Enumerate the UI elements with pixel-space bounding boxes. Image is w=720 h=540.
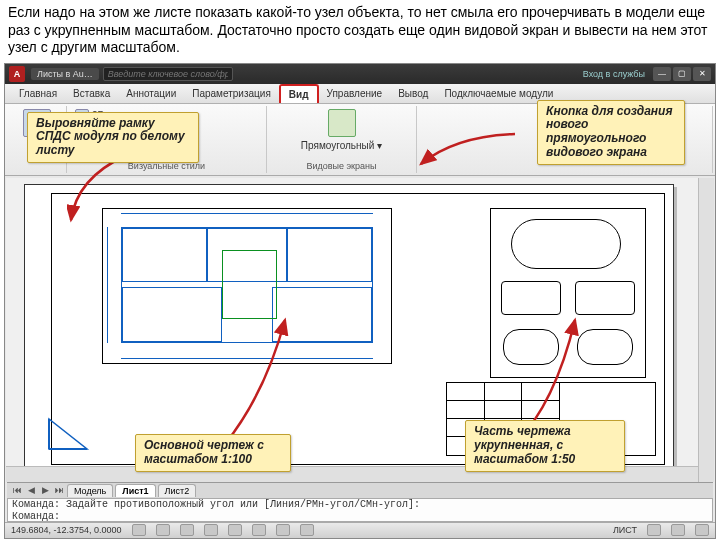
status-btn[interactable] [228,524,242,536]
minimize-button[interactable]: — [653,67,671,81]
viewport-icon [328,109,356,137]
status-btn[interactable] [647,524,661,536]
status-bar: 149.6804, -12.3754, 0.0000 ЛИСТ [5,522,715,538]
close-button[interactable]: ✕ [693,67,711,81]
maximize-button[interactable]: ▢ [673,67,691,81]
tab-nav-next[interactable]: ▶ [39,485,51,495]
status-btn[interactable] [156,524,170,536]
status-btn[interactable] [671,524,685,536]
callout-detail-drawing: Часть чертежа укрупненная, с масштабом 1… [465,420,625,471]
ucs-icon [47,415,91,451]
tab-nav-prev[interactable]: ◀ [25,485,37,495]
status-btn[interactable] [695,524,709,536]
coords-readout: 149.6804, -12.3754, 0.0000 [11,525,122,535]
cmd-row-1: Команда: Задайте противоположный угол ил… [12,499,708,511]
panel-label-viewports: Видовые экраны [273,161,410,171]
titlebar: A Листы в Au… Вход в службы — ▢ ✕ [5,64,715,84]
rectangular-viewport-button[interactable]: Прямоугольный ▾ [273,108,410,152]
tab-nav-first[interactable]: ⏮ [11,485,23,495]
layout-tab-2[interactable]: Лист2 [158,484,197,497]
callout-viewport-button: Кнопка для создания нового прямоугольног… [537,100,685,165]
tab-output[interactable]: Вывод [390,85,436,102]
login-link[interactable]: Вход в службы [583,69,645,79]
intro-paragraph: Если надо на этом же листе показать како… [0,0,720,63]
layout-tab-1[interactable]: Лист1 [115,484,155,497]
status-btn[interactable] [300,524,314,536]
command-line[interactable]: Команда: Задайте противоположный угол ил… [7,498,713,522]
status-btn[interactable] [132,524,146,536]
tab-plugins[interactable]: Подключаемые модули [436,85,561,102]
tab-parametrize[interactable]: Параметризация [184,85,279,102]
space-mode[interactable]: ЛИСТ [613,525,637,535]
tab-main[interactable]: Главная [11,85,65,102]
tab-manage[interactable]: Управление [319,85,391,102]
autocad-window: A Листы в Au… Вход в службы — ▢ ✕ Главна… [4,63,716,539]
tab-nav-last[interactable]: ⏭ [53,485,65,495]
search-input[interactable] [103,67,233,81]
callout-main-drawing: Основной чертеж с масштабом 1:100 [135,434,291,472]
viewport-main[interactable] [102,208,392,364]
layout-tab-model[interactable]: Модель [67,484,113,497]
title-dropdown[interactable]: Листы в Au… [31,68,99,80]
layout-tabs: ⏮ ◀ ▶ ⏭ Модель Лист1 Лист2 [7,482,713,498]
tab-annotations[interactable]: Аннотации [118,85,184,102]
status-btn[interactable] [252,524,266,536]
callout-frame-align: Выровняйте рамку СПДС модуля по белому л… [27,112,199,163]
status-btn[interactable] [276,524,290,536]
scrollbar-vertical[interactable] [698,178,714,482]
status-btn[interactable] [180,524,194,536]
tab-view[interactable]: Вид [279,84,319,103]
tab-insert[interactable]: Вставка [65,85,118,102]
viewport-detail[interactable] [490,208,646,378]
app-icon[interactable]: A [9,66,25,82]
status-btn[interactable] [204,524,218,536]
